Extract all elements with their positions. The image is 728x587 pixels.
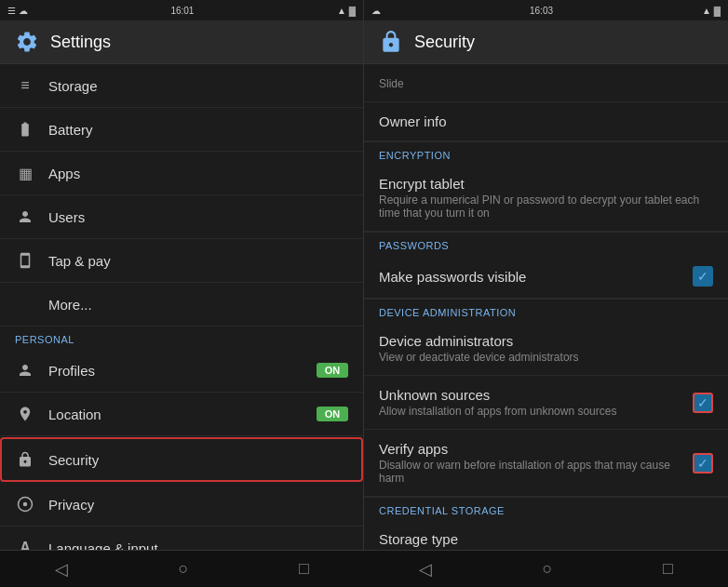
security-panel-title: Security bbox=[414, 33, 475, 52]
language-icon: A bbox=[15, 538, 35, 550]
privacy-label: Privacy bbox=[48, 497, 94, 513]
verify-apps-subtitle: Disallow or warn before installation of … bbox=[379, 459, 693, 485]
make-passwords-row[interactable]: Make passwords visible ✓ bbox=[364, 255, 728, 299]
unknown-sources-subtitle: Allow installation of apps from unknown … bbox=[379, 405, 693, 418]
nav-item-users[interactable]: Users bbox=[0, 195, 363, 239]
location-label: Location bbox=[48, 407, 101, 422]
nav-item-storage[interactable]: ≡ Storage bbox=[0, 64, 363, 108]
nav-item-location[interactable]: Location ON bbox=[0, 393, 363, 436]
right-status-bar: ☁ 16:03 ▲ ▓ bbox=[364, 0, 728, 20]
verify-apps-row[interactable]: Verify apps Disallow or warn before inst… bbox=[364, 430, 728, 497]
left-bottom-nav: ◁ ○ □ bbox=[0, 550, 364, 587]
screen-lock-row[interactable]: Slide bbox=[364, 64, 728, 102]
right-status-icons: ☁ bbox=[371, 6, 381, 16]
status-bars: ☰ ☁ 16:01 ▲ ▓ ☁ 16:03 ▲ ▓ bbox=[0, 0, 728, 20]
apps-label: Apps bbox=[48, 166, 80, 181]
left-home-button[interactable]: ○ bbox=[179, 559, 189, 579]
passwords-label: PASSWORDS bbox=[364, 232, 728, 255]
nav-item-battery[interactable]: Battery bbox=[0, 108, 363, 152]
location-icon bbox=[15, 404, 35, 424]
security-label: Security bbox=[48, 452, 99, 468]
right-panel-header: Security bbox=[364, 20, 728, 64]
left-status-icons: ☰ ☁ bbox=[7, 6, 28, 16]
profiles-label: Profiles bbox=[48, 363, 95, 379]
security-header-icon bbox=[379, 30, 403, 54]
credential-label: CREDENTIAL STORAGE bbox=[364, 497, 728, 520]
location-toggle[interactable]: ON bbox=[317, 407, 348, 421]
nav-item-language[interactable]: A Language & input bbox=[0, 527, 363, 550]
personal-section-label: PERSONAL bbox=[0, 327, 363, 349]
tap-pay-label: Tap & pay bbox=[48, 253, 111, 269]
bottom-nav: ◁ ○ □ ◁ ○ □ bbox=[0, 550, 728, 587]
left-back-button[interactable]: ◁ bbox=[55, 559, 68, 580]
device-admins-title: Device administrators bbox=[379, 333, 713, 349]
nav-item-profiles[interactable]: Profiles ON bbox=[0, 349, 363, 393]
left-panel-header: Settings bbox=[0, 20, 363, 64]
encrypt-tablet-row[interactable]: Encrypt tablet Require a numerical PIN o… bbox=[364, 165, 728, 232]
left-panel: Settings ≡ Storage Battery ▦ Apps Users bbox=[0, 20, 364, 550]
main-content: Settings ≡ Storage Battery ▦ Apps Users bbox=[0, 20, 728, 550]
storage-type-title: Storage type bbox=[379, 531, 713, 547]
users-icon bbox=[15, 207, 35, 227]
privacy-icon bbox=[15, 494, 35, 514]
profiles-toggle[interactable]: ON bbox=[317, 363, 348, 378]
device-admin-label: DEVICE ADMINISTRATION bbox=[364, 299, 728, 322]
nav-item-more[interactable]: More... bbox=[0, 283, 363, 327]
security-icon bbox=[15, 449, 35, 470]
screen-lock-subtitle: Slide bbox=[379, 77, 713, 90]
left-status-bar: ☰ ☁ 16:01 ▲ ▓ bbox=[0, 0, 364, 20]
settings-title: Settings bbox=[50, 33, 111, 52]
left-status-time: 16:01 bbox=[170, 6, 194, 16]
left-status-right-icons: ▲ ▓ bbox=[337, 6, 356, 16]
nav-item-privacy[interactable]: Privacy bbox=[0, 483, 363, 527]
right-bottom-nav: ◁ ○ □ bbox=[364, 550, 728, 587]
make-passwords-checkbox[interactable]: ✓ bbox=[693, 266, 713, 287]
owner-info-title: Owner info bbox=[379, 113, 713, 129]
right-back-button[interactable]: ◁ bbox=[419, 559, 432, 580]
battery-label: Battery bbox=[48, 122, 93, 138]
users-label: Users bbox=[48, 209, 85, 225]
battery-icon bbox=[15, 119, 35, 140]
profiles-icon bbox=[15, 360, 35, 380]
right-recent-button[interactable]: □ bbox=[663, 559, 673, 579]
right-panel: Security Slide Owner info ENCRYPTION Enc… bbox=[364, 20, 728, 550]
more-icon bbox=[15, 294, 35, 314]
right-status-time: 16:03 bbox=[530, 6, 553, 16]
nav-item-apps[interactable]: ▦ Apps bbox=[0, 152, 363, 195]
storage-label: Storage bbox=[48, 78, 98, 94]
encrypt-tablet-title: Encrypt tablet bbox=[379, 176, 713, 192]
device-admins-row[interactable]: Device administrators View or deactivate… bbox=[364, 322, 728, 376]
svg-point-1 bbox=[23, 502, 28, 507]
verify-apps-title: Verify apps bbox=[379, 441, 693, 457]
storage-type-row[interactable]: Storage type Hardware-backed bbox=[364, 520, 728, 550]
more-label: More... bbox=[48, 297, 92, 313]
language-label: Language & input bbox=[48, 540, 158, 551]
nav-item-security[interactable]: Security bbox=[0, 437, 363, 482]
unknown-sources-checkbox[interactable]: ✓ bbox=[693, 393, 713, 413]
unknown-sources-title: Unknown sources bbox=[379, 387, 693, 403]
right-status-right-icons: ▲ ▓ bbox=[702, 6, 721, 16]
verify-apps-checkbox[interactable]: ✓ bbox=[693, 453, 713, 474]
make-passwords-title: Make passwords visible bbox=[379, 269, 693, 285]
owner-info-row[interactable]: Owner info bbox=[364, 102, 728, 141]
storage-icon: ≡ bbox=[15, 75, 35, 96]
unknown-sources-row[interactable]: Unknown sources Allow installation of ap… bbox=[364, 376, 728, 430]
apps-icon: ▦ bbox=[15, 163, 35, 183]
tap-pay-icon bbox=[15, 250, 35, 271]
right-home-button[interactable]: ○ bbox=[543, 559, 553, 579]
encrypt-tablet-subtitle: Require a numerical PIN or password to d… bbox=[379, 193, 713, 220]
left-recent-button[interactable]: □ bbox=[299, 559, 309, 579]
device-admins-subtitle: View or deactivate device administrators bbox=[379, 351, 713, 364]
encryption-label: ENCRYPTION bbox=[364, 141, 728, 165]
nav-item-tap-pay[interactable]: Tap & pay bbox=[0, 239, 363, 283]
settings-gear-icon bbox=[15, 30, 39, 54]
